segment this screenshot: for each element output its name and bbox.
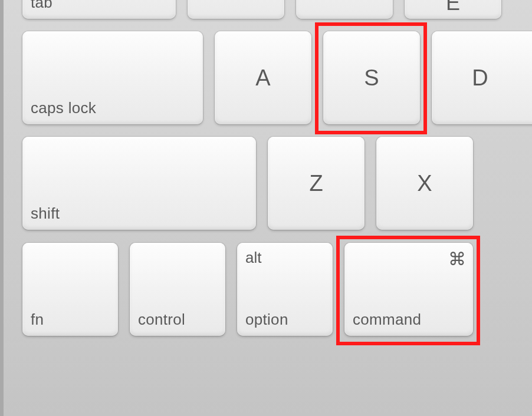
option-key-label: option xyxy=(245,311,288,329)
option-key-alt-label: alt xyxy=(245,249,261,267)
command-key[interactable]: ⌘ command xyxy=(344,243,473,336)
shift-key[interactable]: shift xyxy=(22,137,256,230)
x-key[interactable]: X xyxy=(376,137,473,230)
s-key[interactable]: S xyxy=(323,31,420,124)
a-key-label: A xyxy=(255,65,270,91)
e-key-label: E xyxy=(446,0,460,15)
command-key-label: command xyxy=(353,311,421,329)
x-key-label: X xyxy=(417,171,432,196)
q-key[interactable]: Q xyxy=(188,0,284,19)
command-icon: ⌘ xyxy=(448,249,466,269)
control-key[interactable]: control xyxy=(130,243,225,336)
tab-key[interactable]: tab xyxy=(22,0,176,19)
control-key-label: control xyxy=(138,311,185,329)
w-key[interactable]: W xyxy=(296,0,393,19)
option-key[interactable]: alt option xyxy=(237,243,333,336)
z-key[interactable]: Z xyxy=(268,137,364,230)
capslock-key-label: caps lock xyxy=(31,99,96,117)
keyboard: tab Q W E caps lock A S D shift Z X fn c… xyxy=(0,0,532,416)
tab-key-label: tab xyxy=(31,0,52,12)
a-key[interactable]: A xyxy=(215,31,311,124)
fn-key[interactable]: fn xyxy=(22,243,118,336)
shift-key-label: shift xyxy=(31,204,60,223)
z-key-label: Z xyxy=(309,171,323,196)
capslock-key[interactable]: caps lock xyxy=(22,31,203,124)
s-key-label: S xyxy=(364,65,379,91)
d-key[interactable]: D xyxy=(432,31,532,124)
e-key[interactable]: E xyxy=(405,0,501,19)
d-key-label: D xyxy=(472,65,488,91)
fn-key-label: fn xyxy=(31,311,44,329)
